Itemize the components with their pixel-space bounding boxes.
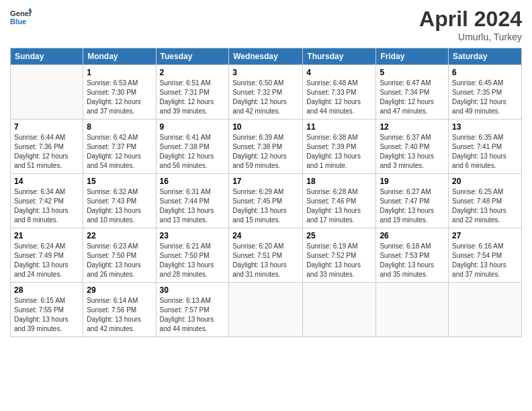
sunrise-text: Sunrise: 6:24 AM xyxy=(14,242,79,251)
sunset-text: Sunset: 7:53 PM xyxy=(380,251,445,261)
day-number: 27 xyxy=(452,231,518,240)
daylight-text: Daylight: 13 hours and 13 minutes. xyxy=(160,206,226,225)
calendar-cell: 11Sunrise: 6:38 AMSunset: 7:39 PMDayligh… xyxy=(303,120,376,174)
daylight-text: Daylight: 13 hours and 28 minutes. xyxy=(160,261,226,279)
day-number: 17 xyxy=(232,177,299,186)
daylight-text: Daylight: 13 hours and 3 minutes. xyxy=(380,152,445,171)
header-tuesday: Tuesday xyxy=(156,48,229,65)
week-row-1: 7Sunrise: 6:44 AMSunset: 7:36 PMDaylight… xyxy=(11,120,522,174)
daylight-text: Daylight: 13 hours and 10 minutes. xyxy=(87,206,152,225)
calendar-cell: 21Sunrise: 6:24 AMSunset: 7:49 PMDayligh… xyxy=(11,228,83,283)
header-friday: Friday xyxy=(376,48,449,65)
daylight-text: Daylight: 13 hours and 15 minutes. xyxy=(232,206,299,225)
day-number: 7 xyxy=(14,122,79,132)
sunrise-text: Sunrise: 6:32 AM xyxy=(87,187,152,197)
daylight-text: Daylight: 13 hours and 44 minutes. xyxy=(160,315,226,334)
sunset-text: Sunset: 7:35 PM xyxy=(452,88,518,97)
day-number: 28 xyxy=(14,285,79,295)
daylight-text: Daylight: 13 hours and 26 minutes. xyxy=(87,261,152,279)
calendar-cell xyxy=(376,283,449,337)
daylight-text: Daylight: 13 hours and 17 minutes. xyxy=(306,206,372,225)
sunset-text: Sunset: 7:30 PM xyxy=(87,88,152,97)
sunset-text: Sunset: 7:36 PM xyxy=(14,142,79,152)
calendar-cell: 20Sunrise: 6:25 AMSunset: 7:48 PMDayligh… xyxy=(449,174,522,228)
calendar-cell: 28Sunrise: 6:15 AMSunset: 7:55 PMDayligh… xyxy=(11,283,83,337)
daylight-text: Daylight: 12 hours and 39 minutes. xyxy=(160,97,226,116)
calendar-cell: 23Sunrise: 6:21 AMSunset: 7:50 PMDayligh… xyxy=(156,228,229,283)
day-number: 19 xyxy=(380,177,445,186)
daylight-text: Daylight: 12 hours and 56 minutes. xyxy=(160,152,226,171)
daylight-text: Daylight: 13 hours and 19 minutes. xyxy=(380,206,445,225)
daylight-text: Daylight: 13 hours and 22 minutes. xyxy=(452,206,518,225)
day-number: 11 xyxy=(306,122,372,132)
day-info: Sunrise: 6:18 AMSunset: 7:53 PMDaylight:… xyxy=(380,242,445,279)
calendar-table: Sunday Monday Tuesday Wednesday Thursday… xyxy=(10,48,522,337)
daylight-text: Daylight: 13 hours and 33 minutes. xyxy=(306,261,372,279)
daylight-text: Daylight: 12 hours and 49 minutes. xyxy=(452,97,518,116)
sunset-text: Sunset: 7:37 PM xyxy=(87,142,152,152)
day-info: Sunrise: 6:35 AMSunset: 7:41 PMDaylight:… xyxy=(452,133,518,171)
day-info: Sunrise: 6:45 AMSunset: 7:35 PMDaylight:… xyxy=(452,79,518,116)
sunrise-text: Sunrise: 6:35 AM xyxy=(452,133,518,142)
daylight-text: Daylight: 12 hours and 44 minutes. xyxy=(306,97,372,116)
day-number: 29 xyxy=(87,285,152,295)
calendar-cell: 7Sunrise: 6:44 AMSunset: 7:36 PMDaylight… xyxy=(11,120,83,174)
day-info: Sunrise: 6:38 AMSunset: 7:39 PMDaylight:… xyxy=(306,133,372,171)
day-number: 18 xyxy=(306,177,372,186)
day-info: Sunrise: 6:29 AMSunset: 7:45 PMDaylight:… xyxy=(232,187,299,225)
day-info: Sunrise: 6:19 AMSunset: 7:52 PMDaylight:… xyxy=(306,242,372,279)
calendar-cell: 6Sunrise: 6:45 AMSunset: 7:35 PMDaylight… xyxy=(449,65,522,120)
header-saturday: Saturday xyxy=(449,48,522,65)
day-info: Sunrise: 6:25 AMSunset: 7:48 PMDaylight:… xyxy=(452,187,518,225)
day-info: Sunrise: 6:21 AMSunset: 7:50 PMDaylight:… xyxy=(160,242,226,279)
sunrise-text: Sunrise: 6:29 AM xyxy=(232,187,299,197)
sunrise-text: Sunrise: 6:16 AM xyxy=(452,242,518,251)
calendar-cell: 1Sunrise: 6:53 AMSunset: 7:30 PMDaylight… xyxy=(83,65,156,120)
sunset-text: Sunset: 7:57 PM xyxy=(160,306,226,315)
week-row-0: 1Sunrise: 6:53 AMSunset: 7:30 PMDaylight… xyxy=(11,65,522,120)
calendar-cell: 25Sunrise: 6:19 AMSunset: 7:52 PMDayligh… xyxy=(303,228,376,283)
daylight-text: Daylight: 12 hours and 47 minutes. xyxy=(380,97,445,116)
sunset-text: Sunset: 7:33 PM xyxy=(306,88,372,97)
sunrise-text: Sunrise: 6:34 AM xyxy=(14,187,79,197)
sunset-text: Sunset: 7:50 PM xyxy=(87,251,152,261)
sunrise-text: Sunrise: 6:42 AM xyxy=(87,133,152,142)
day-info: Sunrise: 6:41 AMSunset: 7:38 PMDaylight:… xyxy=(160,133,226,171)
calendar-cell: 13Sunrise: 6:35 AMSunset: 7:41 PMDayligh… xyxy=(449,120,522,174)
sunrise-text: Sunrise: 6:39 AM xyxy=(232,133,299,142)
day-info: Sunrise: 6:50 AMSunset: 7:32 PMDaylight:… xyxy=(232,79,299,116)
day-number: 21 xyxy=(14,231,79,240)
daylight-text: Daylight: 13 hours and 8 minutes. xyxy=(14,206,79,225)
sunset-text: Sunset: 7:48 PM xyxy=(452,197,518,206)
sunrise-text: Sunrise: 6:31 AM xyxy=(160,187,226,197)
sunset-text: Sunset: 7:46 PM xyxy=(306,197,372,206)
week-row-2: 14Sunrise: 6:34 AMSunset: 7:42 PMDayligh… xyxy=(11,174,522,228)
day-info: Sunrise: 6:48 AMSunset: 7:33 PMDaylight:… xyxy=(306,79,372,116)
calendar-cell: 16Sunrise: 6:31 AMSunset: 7:44 PMDayligh… xyxy=(156,174,229,228)
daylight-text: Daylight: 12 hours and 42 minutes. xyxy=(232,97,299,116)
sunrise-text: Sunrise: 6:47 AM xyxy=(380,79,445,88)
day-number: 24 xyxy=(232,231,299,240)
calendar-cell xyxy=(449,283,522,337)
sunrise-text: Sunrise: 6:20 AM xyxy=(232,242,299,251)
sunset-text: Sunset: 7:55 PM xyxy=(14,306,79,315)
sunrise-text: Sunrise: 6:19 AM xyxy=(306,242,372,251)
day-info: Sunrise: 6:34 AMSunset: 7:42 PMDaylight:… xyxy=(14,187,79,225)
week-row-4: 28Sunrise: 6:15 AMSunset: 7:55 PMDayligh… xyxy=(11,283,522,337)
sunset-text: Sunset: 7:45 PM xyxy=(232,197,299,206)
sunrise-text: Sunrise: 6:37 AM xyxy=(380,133,445,142)
calendar-cell: 18Sunrise: 6:28 AMSunset: 7:46 PMDayligh… xyxy=(303,174,376,228)
daylight-text: Daylight: 13 hours and 35 minutes. xyxy=(380,261,445,279)
sunrise-text: Sunrise: 6:18 AM xyxy=(380,242,445,251)
sunset-text: Sunset: 7:38 PM xyxy=(232,142,299,152)
svg-text:General: General xyxy=(10,9,32,17)
calendar-cell: 19Sunrise: 6:27 AMSunset: 7:47 PMDayligh… xyxy=(376,174,449,228)
day-info: Sunrise: 6:24 AMSunset: 7:49 PMDaylight:… xyxy=(14,242,79,279)
page: General Blue April 2024 Umurlu, Turkey S… xyxy=(0,0,532,411)
day-number: 5 xyxy=(380,68,445,77)
day-number: 22 xyxy=(87,231,152,240)
calendar-cell: 30Sunrise: 6:13 AMSunset: 7:57 PMDayligh… xyxy=(156,283,229,337)
calendar-cell xyxy=(11,65,83,120)
location: Umurlu, Turkey xyxy=(419,32,522,42)
sunset-text: Sunset: 7:39 PM xyxy=(306,142,372,152)
